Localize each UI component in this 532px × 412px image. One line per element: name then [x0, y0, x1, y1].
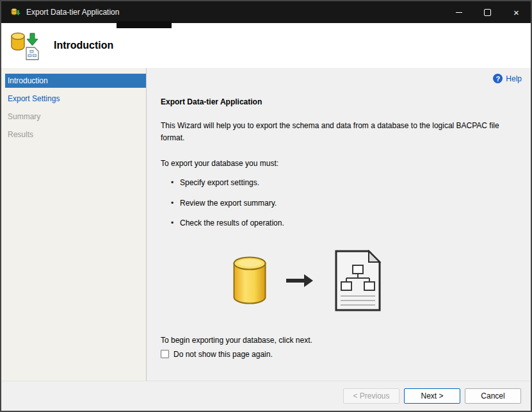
- close-icon: ×: [513, 8, 519, 17]
- begin-instruction: To begin exporting your database, click …: [161, 336, 514, 345]
- wizard-body: Introduction Export Settings Summary Res…: [1, 68, 531, 381]
- window-controls: ×: [444, 1, 531, 23]
- database-cylinder-icon: [232, 256, 267, 308]
- minimize-icon: [456, 12, 462, 13]
- app-icon: [10, 7, 20, 17]
- sidebar-item-summary: Summary: [1, 110, 146, 124]
- titlebar: Export Data-tier Application ×: [1, 1, 531, 23]
- previous-button: < Previous: [343, 388, 399, 404]
- main-pane: ? Help Export Data-tier Application This…: [147, 68, 531, 381]
- wizard-button-bar: < Previous Next > Cancel: [1, 381, 531, 411]
- maximize-button[interactable]: [473, 1, 502, 23]
- window-title: Export Data-tier Application: [26, 8, 119, 17]
- list-item: Check the results of operation.: [180, 218, 514, 229]
- sidebar-item-results: Results: [1, 128, 146, 142]
- do-not-show-label[interactable]: Do not show this page again.: [173, 350, 273, 359]
- page-title: Introduction: [54, 40, 113, 51]
- sidebar-item-introduction[interactable]: Introduction: [5, 74, 146, 88]
- close-button[interactable]: ×: [502, 1, 531, 23]
- help-icon: ?: [493, 74, 503, 83]
- right-arrow-icon: [285, 272, 314, 291]
- cancel-button[interactable]: Cancel: [465, 388, 521, 404]
- help-row: ? Help: [147, 68, 531, 83]
- titlebar-tab-artifact: [117, 21, 172, 28]
- do-not-show-checkbox[interactable]: [161, 350, 169, 358]
- next-button[interactable]: Next >: [404, 388, 460, 404]
- export-dac-icon: [9, 31, 40, 60]
- wizard-steps-sidebar: Introduction Export Settings Summary Res…: [1, 68, 147, 381]
- export-illustration: [232, 249, 514, 314]
- list-item: Specify export settings.: [180, 178, 514, 188]
- maximize-icon: [484, 9, 491, 16]
- help-link[interactable]: Help: [506, 74, 522, 83]
- bacpac-file-icon: [332, 249, 383, 314]
- list-item: Review the export summary.: [180, 199, 514, 209]
- requirements-list: Specify export settings. Review the expo…: [161, 178, 514, 229]
- export-dac-wizard-window: Export Data-tier Application × Introduct…: [0, 0, 532, 412]
- minimize-button[interactable]: [444, 1, 473, 23]
- sidebar-item-export-settings[interactable]: Export Settings: [1, 92, 146, 106]
- requirements-label: To export your database you must:: [161, 159, 514, 168]
- do-not-show-row: Do not show this page again.: [161, 350, 514, 359]
- wizard-header: Introduction: [1, 23, 531, 68]
- intro-paragraph: This Wizard will help you to export the …: [161, 120, 514, 144]
- content-heading: Export Data-tier Application: [161, 97, 514, 106]
- page-content: Export Data-tier Application This Wizard…: [147, 83, 531, 359]
